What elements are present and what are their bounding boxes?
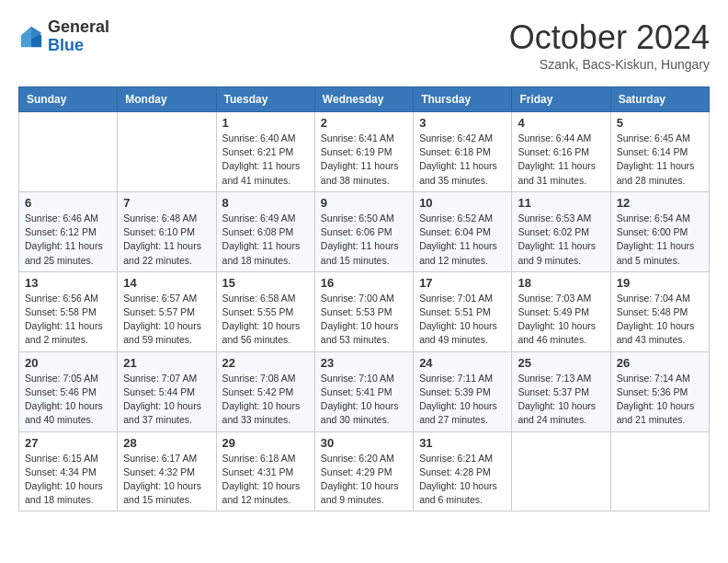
day-number: 25: [518, 356, 604, 370]
day-info: Sunrise: 7:07 AM Sunset: 5:44 PM Dayligh…: [123, 372, 210, 428]
calendar-week-row: 6Sunrise: 6:46 AM Sunset: 6:12 PM Daylig…: [19, 191, 710, 271]
day-info: Sunrise: 6:15 AM Sunset: 4:34 PM Dayligh…: [25, 452, 111, 508]
day-info: Sunrise: 6:46 AM Sunset: 6:12 PM Dayligh…: [25, 212, 111, 268]
day-number: 11: [518, 196, 604, 210]
day-number: 4: [518, 116, 604, 130]
day-info: Sunrise: 6:44 AM Sunset: 6:16 PM Dayligh…: [518, 132, 604, 188]
day-info: Sunrise: 6:57 AM Sunset: 5:57 PM Dayligh…: [123, 292, 210, 348]
day-of-week-header: Sunday: [19, 87, 118, 112]
calendar-cell: [610, 431, 709, 511]
day-number: 31: [419, 436, 506, 450]
calendar-cell: 17Sunrise: 7:01 AM Sunset: 5:51 PM Dayli…: [414, 271, 512, 351]
day-info: Sunrise: 7:04 AM Sunset: 5:48 PM Dayligh…: [617, 292, 703, 348]
calendar-cell: 19Sunrise: 7:04 AM Sunset: 5:48 PM Dayli…: [610, 271, 709, 351]
calendar-cell: [19, 112, 118, 192]
calendar-cell: 31Sunrise: 6:21 AM Sunset: 4:28 PM Dayli…: [414, 431, 512, 511]
day-number: 21: [123, 356, 210, 370]
logo-icon: [18, 24, 44, 50]
day-info: Sunrise: 6:56 AM Sunset: 5:58 PM Dayligh…: [25, 292, 111, 348]
calendar-cell: [512, 431, 610, 511]
day-info: Sunrise: 7:11 AM Sunset: 5:39 PM Dayligh…: [419, 372, 506, 428]
calendar-week-row: 13Sunrise: 6:56 AM Sunset: 5:58 PM Dayli…: [19, 271, 710, 351]
day-info: Sunrise: 6:45 AM Sunset: 6:14 PM Dayligh…: [617, 132, 703, 188]
day-info: Sunrise: 6:50 AM Sunset: 6:06 PM Dayligh…: [321, 212, 407, 268]
calendar-cell: 5Sunrise: 6:45 AM Sunset: 6:14 PM Daylig…: [610, 112, 709, 192]
calendar-cell: 2Sunrise: 6:41 AM Sunset: 6:19 PM Daylig…: [314, 112, 413, 192]
day-of-week-header: Thursday: [414, 87, 512, 112]
day-number: 27: [25, 436, 111, 450]
calendar-cell: 20Sunrise: 7:05 AM Sunset: 5:46 PM Dayli…: [19, 351, 118, 431]
day-number: 3: [419, 116, 506, 130]
day-number: 14: [123, 276, 210, 290]
calendar-table: SundayMondayTuesdayWednesdayThursdayFrid…: [18, 86, 710, 511]
day-info: Sunrise: 6:48 AM Sunset: 6:10 PM Dayligh…: [123, 212, 210, 268]
day-number: 26: [617, 356, 703, 370]
day-number: 2: [321, 116, 407, 130]
logo-blue: Blue: [48, 37, 109, 55]
calendar-cell: 13Sunrise: 6:56 AM Sunset: 5:58 PM Dayli…: [19, 271, 118, 351]
calendar-cell: 6Sunrise: 6:46 AM Sunset: 6:12 PM Daylig…: [19, 191, 118, 271]
logo-text: General Blue: [48, 18, 109, 55]
day-info: Sunrise: 7:08 AM Sunset: 5:42 PM Dayligh…: [222, 372, 309, 428]
calendar-cell: 10Sunrise: 6:52 AM Sunset: 6:04 PM Dayli…: [414, 191, 512, 271]
day-number: 12: [617, 196, 703, 210]
day-number: 22: [222, 356, 309, 370]
location-subtitle: Szank, Bacs-Kiskun, Hungary: [509, 57, 710, 72]
calendar-cell: 9Sunrise: 6:50 AM Sunset: 6:06 PM Daylig…: [314, 191, 413, 271]
day-number: 1: [222, 116, 309, 130]
calendar-cell: 18Sunrise: 7:03 AM Sunset: 5:49 PM Dayli…: [512, 271, 610, 351]
day-info: Sunrise: 7:03 AM Sunset: 5:49 PM Dayligh…: [518, 292, 604, 348]
day-info: Sunrise: 7:00 AM Sunset: 5:53 PM Dayligh…: [321, 292, 407, 348]
calendar-cell: 12Sunrise: 6:54 AM Sunset: 6:00 PM Dayli…: [610, 191, 709, 271]
day-info: Sunrise: 6:49 AM Sunset: 6:08 PM Dayligh…: [222, 212, 309, 268]
day-of-week-header: Saturday: [610, 87, 709, 112]
day-number: 20: [25, 356, 111, 370]
title-area: October 2024 Szank, Bacs-Kiskun, Hungary: [509, 18, 710, 72]
day-number: 8: [222, 196, 309, 210]
day-number: 28: [123, 436, 210, 450]
calendar-cell: 22Sunrise: 7:08 AM Sunset: 5:42 PM Dayli…: [216, 351, 314, 431]
day-info: Sunrise: 7:05 AM Sunset: 5:46 PM Dayligh…: [25, 372, 111, 428]
day-of-week-header: Friday: [512, 87, 610, 112]
calendar-cell: 7Sunrise: 6:48 AM Sunset: 6:10 PM Daylig…: [118, 191, 216, 271]
day-info: Sunrise: 7:10 AM Sunset: 5:41 PM Dayligh…: [321, 372, 407, 428]
day-number: 23: [321, 356, 407, 370]
calendar-cell: 28Sunrise: 6:17 AM Sunset: 4:32 PM Dayli…: [118, 431, 216, 511]
day-number: 5: [617, 116, 703, 130]
day-number: 13: [25, 276, 111, 290]
day-info: Sunrise: 6:54 AM Sunset: 6:00 PM Dayligh…: [617, 212, 703, 268]
day-info: Sunrise: 7:14 AM Sunset: 5:36 PM Dayligh…: [617, 372, 703, 428]
day-info: Sunrise: 6:58 AM Sunset: 5:55 PM Dayligh…: [222, 292, 309, 348]
day-info: Sunrise: 6:52 AM Sunset: 6:04 PM Dayligh…: [419, 212, 506, 268]
calendar-cell: 3Sunrise: 6:42 AM Sunset: 6:18 PM Daylig…: [414, 112, 512, 192]
calendar-cell: 11Sunrise: 6:53 AM Sunset: 6:02 PM Dayli…: [512, 191, 610, 271]
day-info: Sunrise: 6:41 AM Sunset: 6:19 PM Dayligh…: [321, 132, 407, 188]
day-info: Sunrise: 7:01 AM Sunset: 5:51 PM Dayligh…: [419, 292, 506, 348]
day-info: Sunrise: 6:20 AM Sunset: 4:29 PM Dayligh…: [321, 452, 407, 508]
calendar-cell: 27Sunrise: 6:15 AM Sunset: 4:34 PM Dayli…: [19, 431, 118, 511]
day-number: 17: [419, 276, 506, 290]
day-number: 19: [617, 276, 703, 290]
day-number: 24: [419, 356, 506, 370]
day-of-week-header: Monday: [118, 87, 216, 112]
calendar-cell: 29Sunrise: 6:18 AM Sunset: 4:31 PM Dayli…: [216, 431, 314, 511]
calendar-header-row: SundayMondayTuesdayWednesdayThursdayFrid…: [19, 87, 710, 112]
day-info: Sunrise: 6:53 AM Sunset: 6:02 PM Dayligh…: [518, 212, 604, 268]
day-info: Sunrise: 6:21 AM Sunset: 4:28 PM Dayligh…: [419, 452, 506, 508]
day-number: 10: [419, 196, 506, 210]
calendar-cell: 25Sunrise: 7:13 AM Sunset: 5:37 PM Dayli…: [512, 351, 610, 431]
day-number: 29: [222, 436, 309, 450]
calendar-cell: 4Sunrise: 6:44 AM Sunset: 6:16 PM Daylig…: [512, 112, 610, 192]
calendar-week-row: 1Sunrise: 6:40 AM Sunset: 6:21 PM Daylig…: [19, 112, 710, 192]
day-number: 15: [222, 276, 309, 290]
day-number: 9: [321, 196, 407, 210]
day-info: Sunrise: 6:42 AM Sunset: 6:18 PM Dayligh…: [419, 132, 506, 188]
day-number: 16: [321, 276, 407, 290]
calendar-cell: 16Sunrise: 7:00 AM Sunset: 5:53 PM Dayli…: [314, 271, 413, 351]
day-number: 18: [518, 276, 604, 290]
day-info: Sunrise: 7:13 AM Sunset: 5:37 PM Dayligh…: [518, 372, 604, 428]
calendar-cell: 1Sunrise: 6:40 AM Sunset: 6:21 PM Daylig…: [216, 112, 314, 192]
calendar-cell: 26Sunrise: 7:14 AM Sunset: 5:36 PM Dayli…: [610, 351, 709, 431]
calendar-cell: 23Sunrise: 7:10 AM Sunset: 5:41 PM Dayli…: [314, 351, 413, 431]
calendar-week-row: 20Sunrise: 7:05 AM Sunset: 5:46 PM Dayli…: [19, 351, 710, 431]
